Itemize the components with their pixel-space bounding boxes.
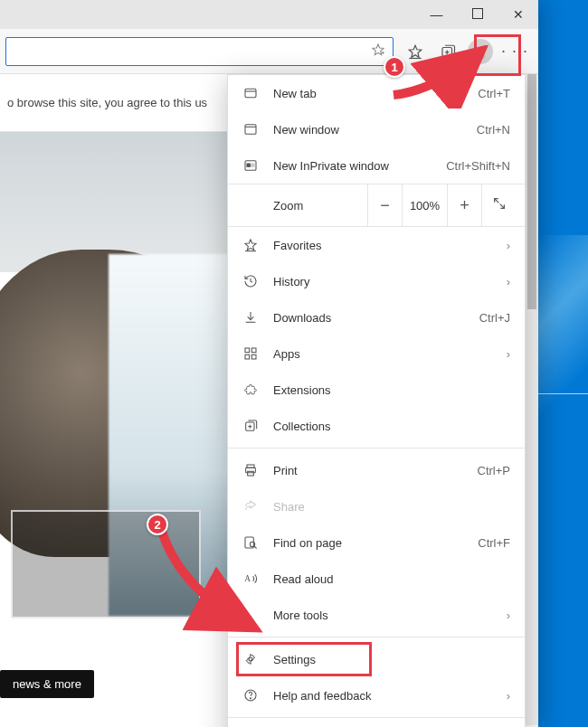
svg-rect-27: [248, 471, 254, 476]
settings-and-more-menu: New tab Ctrl+T New window Ctrl+N New InP…: [227, 74, 526, 727]
apps-icon: [242, 345, 259, 362]
menu-item-print[interactable]: Print Ctrl+P: [228, 452, 525, 488]
downloads-icon: [242, 309, 259, 326]
menu-item-label: Settings: [273, 653, 510, 666]
menu-item-new-window[interactable]: New window Ctrl+N: [228, 111, 525, 147]
profile-avatar[interactable]: [468, 39, 493, 64]
zoom-in-button[interactable]: +: [447, 184, 481, 226]
menu-item-shortcut: Ctrl+F: [478, 536, 510, 550]
news-badge[interactable]: news & more: [0, 670, 94, 698]
menu-item-find[interactable]: Find on page Ctrl+F: [228, 524, 525, 561]
svg-text:A: A: [244, 574, 251, 583]
menu-item-label: Read aloud: [273, 572, 510, 586]
new-window-icon: [242, 121, 259, 137]
collections-icon: [242, 418, 259, 434]
bookmark-star-icon[interactable]: [371, 42, 385, 60]
chevron-right-icon: ›: [507, 347, 510, 361]
menu-item-label: Favorites: [273, 239, 507, 252]
cookie-banner-text: o browse this site, you agree to this us: [7, 96, 207, 109]
inprivate-icon: [242, 157, 259, 174]
share-icon: [242, 498, 259, 515]
menu-item-label: Share: [273, 500, 510, 514]
menu-separator: [228, 637, 525, 637]
svg-rect-19: [251, 348, 256, 353]
svg-rect-8: [245, 89, 256, 97]
svg-rect-13: [247, 164, 250, 166]
chevron-right-icon: ›: [507, 689, 510, 703]
desktop-wallpaper-line: [538, 393, 588, 394]
svg-line-30: [254, 546, 257, 549]
new-tab-icon: [242, 85, 259, 101]
menu-item-history[interactable]: History ›: [228, 263, 525, 299]
svg-rect-18: [245, 348, 250, 353]
menu-item-label: Collections: [273, 420, 510, 433]
chevron-right-icon: ›: [507, 609, 510, 622]
menu-item-label: More tools: [273, 609, 507, 622]
zoom-out-button[interactable]: −: [367, 184, 402, 226]
extensions-icon: [242, 382, 259, 398]
menu-item-label: Apps: [273, 347, 507, 361]
menu-item-settings[interactable]: Settings: [228, 641, 525, 677]
menu-separator: [228, 717, 525, 718]
menu-item-shortcut: Ctrl+P: [478, 464, 510, 477]
menu-item-more-tools[interactable]: More tools ›: [228, 597, 525, 633]
menu-separator: [228, 448, 525, 448]
find-icon: [242, 534, 259, 551]
menu-item-label: New window: [273, 123, 477, 137]
zoom-label: Zoom: [273, 199, 367, 212]
annotation-badge-1: 1: [384, 56, 405, 78]
settings-icon: [242, 651, 259, 667]
menu-item-share: Share: [228, 488, 525, 524]
svg-marker-3: [409, 45, 422, 57]
menu-item-collections[interactable]: Collections: [228, 408, 525, 444]
svg-rect-20: [245, 354, 250, 359]
help-icon: [242, 687, 259, 703]
read-aloud-icon: A: [242, 571, 259, 587]
menu-item-label: New tab: [273, 87, 478, 100]
chevron-right-icon: ›: [507, 239, 510, 252]
svg-marker-0: [373, 44, 384, 55]
menu-item-read-aloud[interactable]: A Read aloud: [228, 561, 525, 597]
menu-scrollbar[interactable]: [526, 74, 538, 725]
svg-rect-10: [245, 125, 256, 135]
menu-item-label: Print: [273, 464, 478, 477]
menu-item-label: Find on page: [273, 536, 478, 550]
browser-window: — ✕ · · · o browse this site, you agree …: [0, 0, 538, 727]
chevron-right-icon: ›: [507, 275, 510, 288]
menu-item-shortcut: Ctrl+N: [477, 123, 510, 137]
fullscreen-button[interactable]: [481, 184, 516, 226]
titlebar: — ✕: [0, 0, 538, 29]
menu-item-label: Extensions: [273, 383, 510, 397]
zoom-value: 100%: [402, 184, 447, 226]
menu-item-downloads[interactable]: Downloads Ctrl+J: [228, 299, 525, 335]
menu-item-shortcut: Ctrl+Shift+N: [446, 159, 510, 173]
minimize-button[interactable]: —: [416, 0, 457, 29]
maximize-button[interactable]: [457, 0, 498, 29]
svg-point-34: [250, 698, 251, 699]
menu-item-apps[interactable]: Apps ›: [228, 335, 525, 372]
menu-item-close-edge[interactable]: Close Microsoft Edge: [228, 722, 525, 727]
close-window-button[interactable]: ✕: [498, 0, 538, 29]
menu-item-label: History: [273, 275, 507, 288]
menu-item-shortcut: Ctrl+T: [478, 87, 510, 100]
collections-toolbar-icon[interactable]: [432, 35, 464, 68]
svg-rect-21: [251, 354, 256, 359]
menu-item-new-tab[interactable]: New tab Ctrl+T: [228, 75, 525, 111]
menu-item-inprivate[interactable]: New InPrivate window Ctrl+Shift+N: [228, 147, 525, 184]
svg-marker-15: [245, 240, 256, 250]
menu-item-extensions[interactable]: Extensions: [228, 372, 525, 408]
menu-item-shortcut: Ctrl+J: [479, 311, 510, 325]
print-icon: [242, 462, 259, 478]
menu-zoom-row: Zoom − 100% +: [228, 184, 525, 227]
browser-toolbar: · · ·: [0, 29, 538, 74]
menu-item-help[interactable]: Help and feedback ›: [228, 677, 525, 713]
annotation-badge-2: 2: [147, 514, 168, 535]
svg-rect-14: [251, 164, 254, 166]
menu-item-favorites[interactable]: Favorites ›: [228, 227, 525, 263]
menu-item-label: Help and feedback: [273, 689, 507, 703]
history-icon: [242, 273, 259, 289]
svg-point-29: [250, 542, 254, 546]
settings-and-more-button[interactable]: · · ·: [497, 35, 533, 68]
address-bar[interactable]: [5, 37, 394, 66]
hero-thumbnail[interactable]: [11, 510, 201, 618]
